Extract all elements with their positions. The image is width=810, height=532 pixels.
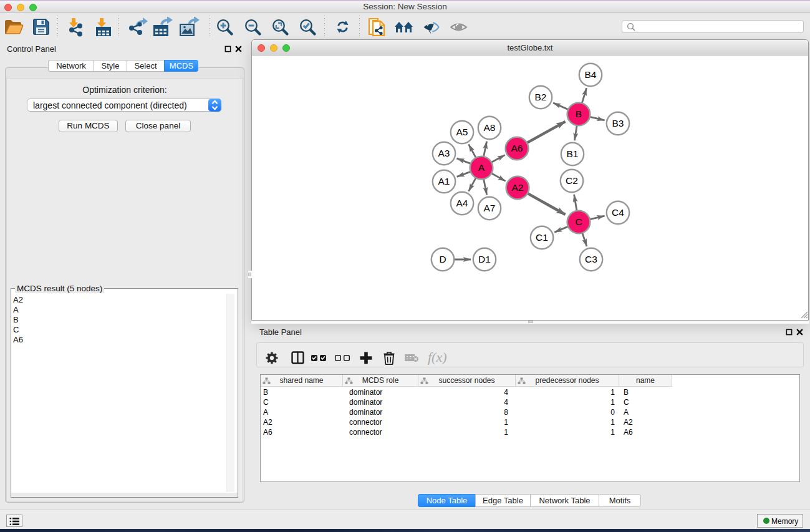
svg-text:A7: A7 [484, 203, 496, 213]
svg-text:D: D [439, 254, 446, 264]
svg-text:B3: B3 [612, 118, 624, 128]
svg-text:A3: A3 [438, 148, 450, 158]
svg-text:B2: B2 [535, 92, 547, 102]
svg-text:A5: A5 [456, 127, 468, 137]
svg-text:C3: C3 [585, 254, 597, 264]
svg-text:A: A [478, 162, 485, 173]
svg-text:A4: A4 [456, 198, 468, 208]
svg-text:B1: B1 [567, 148, 579, 159]
svg-text:A6: A6 [511, 143, 523, 153]
svg-text:A8: A8 [484, 122, 496, 133]
svg-text:C4: C4 [612, 207, 624, 218]
svg-text:D1: D1 [478, 254, 491, 264]
svg-text:A2: A2 [512, 182, 524, 193]
svg-text:C2: C2 [566, 175, 578, 186]
svg-text:A1: A1 [438, 176, 450, 186]
svg-text:B: B [576, 109, 582, 119]
svg-text:B4: B4 [585, 69, 597, 80]
svg-text:C1: C1 [536, 232, 548, 243]
svg-text:C: C [575, 216, 582, 227]
